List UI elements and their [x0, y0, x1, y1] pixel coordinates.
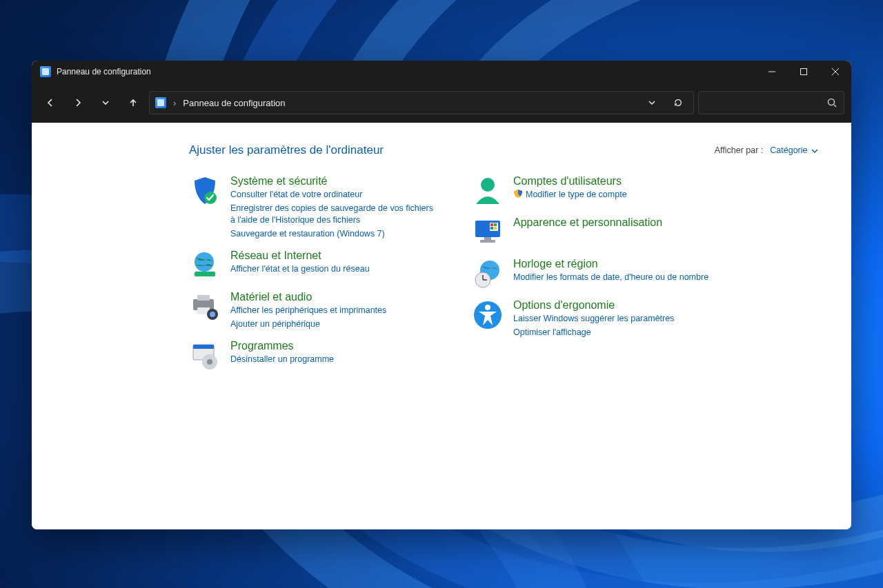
forward-button[interactable] — [66, 91, 90, 114]
monitor-icon — [472, 216, 504, 248]
sublink[interactable]: Sauvegarde et restauration (Windows 7) — [230, 228, 437, 241]
svg-point-17 — [207, 359, 212, 365]
svg-rect-10 — [197, 295, 210, 301]
svg-point-13 — [210, 312, 215, 317]
category-system-security: Système et sécurité Consulter l'état de … — [189, 175, 437, 240]
category-clock-region: Horloge et région Modifier les formats d… — [472, 258, 734, 290]
svg-rect-23 — [490, 227, 493, 230]
svg-point-7 — [195, 252, 214, 272]
svg-rect-25 — [484, 237, 491, 240]
sublink[interactable]: Enregistrer des copies de sauvegarde de … — [230, 203, 437, 227]
svg-rect-21 — [490, 223, 493, 226]
svg-rect-26 — [480, 240, 495, 243]
category-title[interactable]: Options d'ergonomie — [513, 299, 674, 312]
up-button[interactable] — [121, 91, 145, 114]
chevron-down-icon — [811, 148, 818, 154]
content-area: Ajuster les paramètres de l'ordinateur A… — [32, 123, 851, 529]
clock-globe-icon — [472, 258, 504, 290]
category-title[interactable]: Matériel et audio — [230, 291, 386, 303]
right-column: Comptes d'utilisateurs Modifier le type … — [472, 175, 734, 372]
category-title[interactable]: Horloge et région — [513, 258, 708, 270]
sublink[interactable]: Désinstaller un programme — [230, 354, 334, 366]
refresh-button[interactable] — [668, 93, 688, 112]
svg-line-5 — [834, 105, 836, 107]
toolbar: › Panneau de configuration — [32, 83, 851, 123]
app-icon — [40, 66, 51, 77]
category-appearance: Apparence et personnalisation — [472, 216, 734, 248]
sublink[interactable]: Ajouter un périphérique — [230, 318, 386, 331]
view-by: Afficher par : Catégorie — [715, 145, 818, 155]
sublink[interactable]: Afficher les périphériques et imprimante… — [230, 305, 386, 317]
left-column: Système et sécurité Consulter l'état de … — [189, 175, 437, 372]
control-panel-icon — [155, 97, 166, 108]
category-title[interactable]: Programmes — [230, 340, 334, 352]
category-accessibility: Options d'ergonomie Laisser Windows sugg… — [472, 299, 734, 338]
close-button[interactable] — [820, 61, 851, 83]
view-by-label: Afficher par : — [715, 145, 764, 155]
svg-rect-8 — [195, 272, 215, 276]
svg-rect-15 — [193, 345, 214, 349]
category-network-internet: Réseau et Internet Afficher l'état et la… — [189, 250, 437, 281]
search-input[interactable] — [706, 98, 827, 108]
printer-icon — [189, 291, 221, 323]
svg-rect-22 — [494, 223, 497, 226]
globe-icon — [189, 250, 221, 281]
svg-point-4 — [829, 99, 835, 105]
accessibility-icon — [472, 299, 504, 331]
shield-icon — [189, 175, 221, 207]
search-box[interactable] — [698, 91, 844, 114]
breadcrumb-separator-icon: › — [173, 98, 176, 108]
sublink[interactable]: Optimiser l'affichage — [513, 327, 674, 339]
address-dropdown[interactable] — [642, 93, 662, 112]
uac-shield-icon — [513, 189, 523, 199]
sublink[interactable]: Modifier les formats de date, d'heure ou… — [513, 272, 708, 284]
sublink[interactable]: Afficher l'état et la gestion du réseau — [230, 263, 370, 276]
svg-rect-1 — [801, 69, 807, 75]
recent-dropdown[interactable] — [94, 91, 117, 114]
svg-point-18 — [481, 178, 495, 192]
titlebar: Panneau de configuration — [32, 61, 851, 83]
programs-icon — [189, 340, 221, 372]
category-hardware-sound: Matériel et audio Afficher les périphéri… — [189, 291, 437, 330]
category-title[interactable]: Système et sécurité — [230, 175, 437, 187]
sublink[interactable]: Laisser Windows suggérer les paramètres — [513, 313, 674, 325]
svg-rect-24 — [494, 227, 497, 230]
minimize-button[interactable] — [756, 61, 788, 83]
address-bar[interactable]: › Panneau de configuration — [149, 91, 694, 114]
sublink[interactable]: Consulter l'état de votre ordinateur — [230, 189, 437, 201]
search-icon — [827, 98, 837, 108]
sublink[interactable]: Modifier le type de compte — [513, 189, 627, 201]
breadcrumb-item[interactable]: Panneau de configuration — [183, 98, 285, 108]
svg-point-32 — [485, 305, 490, 310]
window-title: Panneau de configuration — [57, 67, 151, 77]
page-title: Ajuster les paramètres de l'ordinateur — [189, 143, 384, 157]
view-by-dropdown[interactable]: Catégorie — [770, 145, 818, 155]
category-user-accounts: Comptes d'utilisateurs Modifier le type … — [472, 175, 734, 207]
category-title[interactable]: Apparence et personnalisation — [513, 216, 662, 229]
user-icon — [472, 175, 504, 207]
maximize-button[interactable] — [788, 61, 820, 83]
category-title[interactable]: Comptes d'utilisateurs — [513, 175, 627, 187]
category-programs: Programmes Désinstaller un programme — [189, 340, 437, 372]
category-title[interactable]: Réseau et Internet — [230, 250, 370, 262]
control-panel-window: Panneau de configuration › Panneau de co… — [32, 61, 851, 529]
back-button[interactable] — [39, 91, 62, 114]
